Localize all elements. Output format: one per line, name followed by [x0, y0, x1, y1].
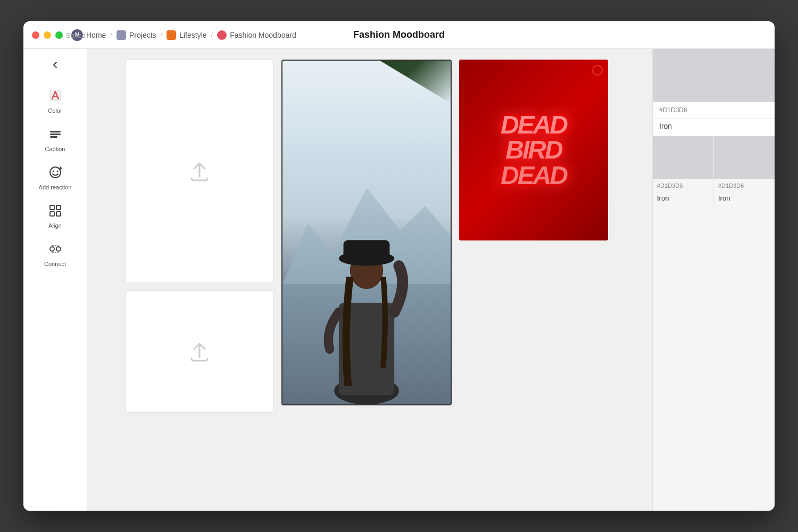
svg-rect-2	[50, 134, 61, 135]
connect-tool-icon	[46, 239, 65, 259]
projects-icon	[117, 30, 126, 40]
svg-rect-10	[56, 205, 61, 210]
sidebar-tool-color[interactable]: Color	[23, 81, 87, 119]
caption-tool-icon	[46, 124, 65, 144]
svg-rect-3	[50, 136, 57, 138]
upload-icon-1	[186, 158, 213, 185]
breadcrumb-sep-2: /	[161, 31, 163, 39]
saved-status: Saved	[66, 31, 86, 39]
upload-card-1[interactable]	[125, 60, 274, 283]
color-swatch-top: #D1D3D6 Iron	[653, 49, 775, 136]
breadcrumb-projects-label[interactable]: Projects	[129, 31, 156, 39]
color-row-bottom: #D1D3D6 Iron #D1D3D6 Iron	[653, 136, 775, 206]
svg-point-6	[56, 171, 58, 172]
right-panel: #D1D3D6 Iron #D1D3D6 Iron #D1D3D6 Iron	[652, 49, 775, 511]
bottom-right-area	[459, 290, 608, 413]
svg-rect-11	[50, 212, 54, 216]
add-reaction-label: Add reaction	[39, 184, 72, 190]
swatch-hex-top: #D1D3D6	[653, 102, 775, 118]
sidebar-tool-add-reaction[interactable]: Add reaction	[23, 157, 87, 196]
minimize-button[interactable]	[44, 31, 51, 39]
sidebar-tool-align[interactable]: Align	[23, 196, 87, 234]
upload-icon-2	[186, 338, 213, 365]
upload-card-2[interactable]	[125, 290, 274, 413]
svg-rect-9	[50, 205, 54, 210]
photo-card-woman[interactable]	[281, 60, 452, 413]
swatch-color-bl	[653, 136, 713, 179]
sidebar-tool-caption[interactable]: Caption	[23, 119, 87, 157]
swatch-name-top: Iron	[653, 118, 775, 136]
app-window: M Home / Projects / Lifestyle / Fashion …	[23, 21, 775, 511]
title-bar: M Home / Projects / Lifestyle / Fashion …	[23, 21, 775, 49]
sidebar-tool-connect[interactable]: Connect	[23, 234, 87, 272]
lifestyle-icon	[167, 30, 176, 40]
photo-card-neon[interactable]: DEAD BIRD DEAD	[459, 60, 608, 283]
back-button[interactable]	[46, 55, 65, 74]
content-area: Color Caption	[23, 49, 775, 511]
breadcrumb-sep-3: /	[211, 31, 213, 39]
swatch-hex-br: #D1D3D6	[714, 179, 775, 192]
sidebar: Color Caption	[23, 49, 87, 511]
swatch-name-bl: Iron	[653, 192, 713, 206]
swatch-color-br	[714, 136, 775, 179]
breadcrumb: M Home / Projects / Lifestyle / Fashion …	[71, 29, 296, 41]
moodboard-icon	[217, 30, 227, 40]
breadcrumb-moodboard[interactable]: Fashion Moodboard	[217, 30, 296, 40]
color-label: Color	[48, 107, 62, 114]
page-title: Fashion Moodboard	[353, 29, 445, 40]
breadcrumb-lifestyle[interactable]: Lifestyle	[167, 30, 206, 40]
connect-label: Connect	[44, 261, 66, 267]
caption-label: Caption	[45, 146, 65, 152]
svg-rect-1	[50, 131, 61, 132]
align-tool-icon	[46, 201, 65, 220]
breadcrumb-home-label[interactable]: Home	[86, 31, 106, 39]
svg-point-13	[50, 247, 54, 251]
breadcrumb-sep-1: /	[110, 31, 112, 39]
close-button[interactable]	[32, 31, 39, 39]
color-swatch-bottom-left: #D1D3D6 Iron	[653, 136, 714, 206]
svg-point-14	[56, 247, 61, 251]
maximize-button[interactable]	[55, 31, 63, 39]
swatch-name-br: Iron	[714, 192, 775, 206]
breadcrumb-lifestyle-label[interactable]: Lifestyle	[179, 31, 206, 39]
color-swatch-bottom-right: #D1D3D6 Iron	[714, 136, 775, 206]
main-canvas[interactable]: DEAD BIRD DEAD	[87, 49, 652, 511]
svg-point-4	[50, 167, 61, 178]
svg-rect-12	[56, 212, 61, 216]
swatch-hex-bl: #D1D3D6	[653, 179, 713, 192]
breadcrumb-moodboard-label[interactable]: Fashion Moodboard	[230, 31, 296, 39]
align-label: Align	[48, 222, 61, 229]
breadcrumb-projects[interactable]: Projects	[117, 30, 156, 40]
add-reaction-tool-icon	[46, 163, 65, 182]
color-tool-icon	[46, 86, 65, 105]
svg-point-5	[52, 171, 54, 172]
traffic-lights	[32, 31, 63, 39]
swatch-color-top	[653, 49, 775, 102]
svg-rect-19	[344, 240, 390, 260]
